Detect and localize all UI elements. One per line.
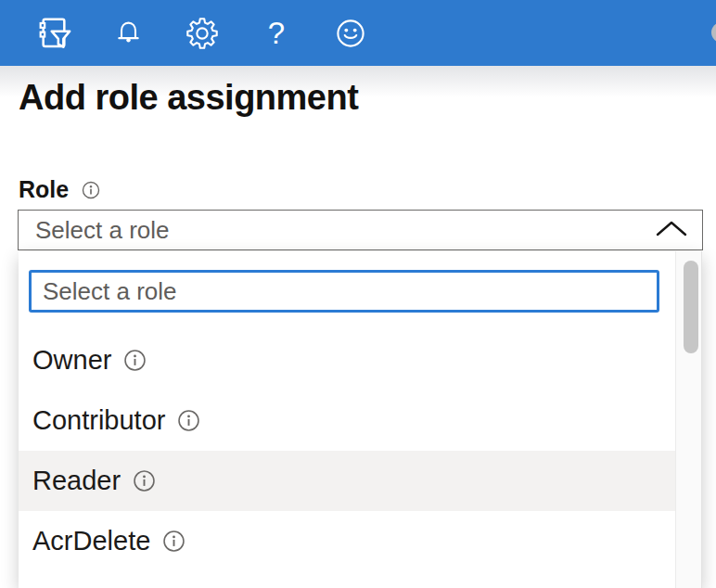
role-option-row[interactable]: Owner [19, 330, 675, 390]
role-option-label: AcrDelete [32, 526, 150, 556]
role-option-info-icon[interactable] [161, 529, 186, 554]
role-dropdown-panel: Owner Contributor Reader [19, 251, 702, 588]
role-info-icon[interactable] [81, 180, 101, 200]
feedback-button[interactable] [332, 9, 369, 58]
role-field-label-row: Role [19, 176, 101, 203]
page-title: Add role assignment [19, 78, 358, 118]
help-icon: ? [268, 18, 285, 48]
add-role-assignment-page: ? Add role assignment Role [0, 0, 716, 588]
scrollbar-thumb[interactable] [684, 261, 698, 353]
directory-filter-icon [35, 15, 72, 52]
scrollbar-track[interactable] [675, 251, 702, 588]
role-option-info-icon[interactable] [176, 408, 201, 433]
notifications-button[interactable] [109, 9, 147, 58]
gear-icon [186, 18, 218, 49]
role-option-info-icon[interactable] [122, 348, 147, 373]
avatar[interactable] [711, 22, 716, 43]
role-select[interactable]: Select a role [18, 210, 703, 250]
role-search-input[interactable] [29, 270, 659, 313]
settings-button[interactable] [184, 9, 221, 58]
role-option-label: Owner [32, 345, 111, 376]
role-option-info-icon[interactable] [132, 468, 157, 493]
role-option-label: Reader [32, 466, 121, 496]
top-command-bar: ? [0, 0, 716, 66]
help-button[interactable]: ? [258, 9, 295, 58]
role-option-label: Contributor [32, 405, 165, 436]
role-option-row[interactable]: Contributor [19, 390, 675, 451]
smiley-icon [335, 18, 366, 49]
role-options-list: Owner Contributor Reader [19, 330, 675, 571]
role-select-value: Select a role [35, 216, 170, 245]
chevron-up-icon [656, 221, 687, 240]
directory-filter-button[interactable] [35, 9, 72, 58]
role-option-row[interactable]: AcrDelete [19, 511, 675, 571]
role-field-label: Role [19, 176, 69, 203]
bell-icon [114, 19, 143, 47]
role-option-row[interactable]: Reader [19, 451, 675, 511]
